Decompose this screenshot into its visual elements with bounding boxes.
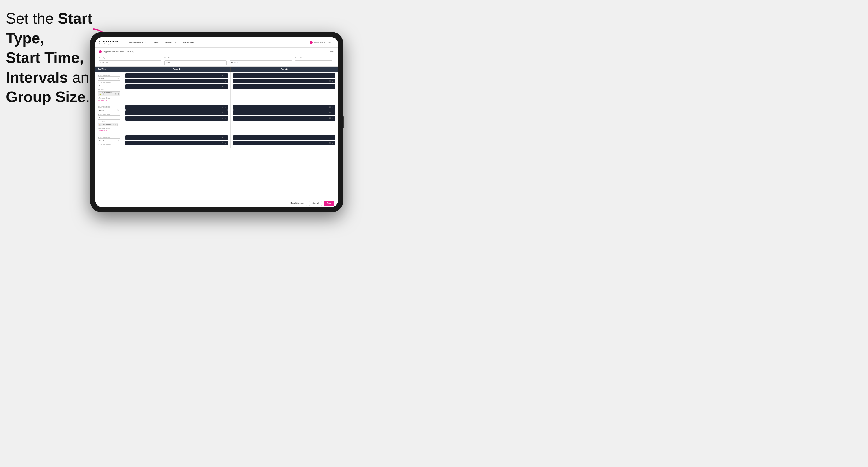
expand-icon[interactable]: ✕ (329, 142, 331, 144)
tablet-screen: SCOREBOARD Powered by clipp.io TOURNAMEN… (95, 37, 338, 207)
player-row[interactable]: ✕ ⌄ (125, 135, 228, 140)
expand-icon[interactable]: ✕ (329, 112, 331, 114)
expand-icon[interactable]: ✕ (222, 112, 224, 114)
sign-out-link[interactable]: Sign out (328, 41, 334, 43)
instruction-bold2: Group Size (6, 88, 86, 105)
chevron-icon[interactable]: ⌄ (332, 86, 334, 88)
player-row[interactable]: ✕ ⌄ (233, 73, 336, 78)
course-tag-settings-2[interactable]: ⚙ (115, 124, 116, 126)
chevron-icon[interactable]: ⌄ (224, 112, 226, 114)
add-group-1[interactable]: + Add Group (98, 99, 120, 101)
player-row[interactable]: ✕ ⌄ (125, 105, 228, 110)
nav-bar: SCOREBOARD Powered by clipp.io TOURNAMEN… (95, 37, 338, 48)
player-row[interactable]: ✕ ⌄ (125, 84, 228, 89)
col-team2: Team 2 (230, 67, 338, 71)
chevron-icon[interactable]: ⌄ (224, 80, 226, 82)
col-tee-time: Tee Time (95, 67, 123, 71)
player-row[interactable]: ✕ ⌄ (233, 135, 336, 140)
nav-tab-rankings[interactable]: RANKINGS (181, 40, 197, 44)
user-email: blair@clippd.io (314, 41, 325, 43)
expand-icon[interactable]: ✕ (329, 86, 331, 88)
player-row[interactable]: ✕ ⌄ (233, 84, 336, 89)
tournament-name[interactable]: Clippd Invitational (Mar) (103, 51, 124, 53)
group-size-group: Group Size 3 (295, 57, 334, 65)
chevron-icon[interactable]: ⌄ (332, 74, 334, 77)
chevron-icon[interactable]: ⌄ (332, 106, 334, 108)
course-label-1: COURSE: (98, 89, 120, 91)
chevron-icon[interactable]: ⌄ (332, 142, 334, 144)
back-link[interactable]: ‹ Back (329, 51, 334, 53)
expand-icon[interactable]: ✕ (222, 136, 224, 139)
course-tag-remove-1[interactable]: ✕ (115, 93, 117, 95)
chevron-icon[interactable]: ⌄ (224, 74, 226, 77)
start-type-label: Start Type (99, 57, 164, 59)
start-time-input[interactable] (164, 61, 226, 65)
group-size-label: Group Size (295, 57, 334, 59)
tee-left-3: STARTING TIME: 10:20 ⏱ STARTING HOLE: (95, 133, 123, 148)
add-group-2[interactable]: + Add Group (98, 130, 120, 131)
remove-group-1[interactable]: ○ Remove Group (98, 97, 120, 99)
expand-icon[interactable]: ✕ (329, 136, 331, 139)
app-logo: SCOREBOARD Powered by clipp.io (99, 40, 121, 45)
course-tag-remove-2[interactable]: ✕ (113, 124, 114, 126)
player-row[interactable]: ✕ ⌄ (233, 111, 336, 115)
expand-icon[interactable]: ✕ (222, 74, 224, 77)
player-row[interactable]: ✕ ⌄ (125, 116, 228, 121)
player-row[interactable]: ✕ ⌄ (125, 73, 228, 78)
chevron-icon[interactable]: ⌄ (224, 86, 226, 88)
nav-tab-teams[interactable]: TEAMS (149, 40, 162, 44)
player-row[interactable]: ✕ ⌄ (233, 141, 336, 146)
player-row[interactable]: ✕ ⌄ (233, 105, 336, 110)
start-type-select[interactable]: 1st Tee Start (99, 61, 161, 65)
reset-button[interactable]: Reset Changes (287, 200, 308, 206)
chevron-icon[interactable]: ⌄ (332, 136, 334, 139)
player-row[interactable]: ✕ ⌄ (233, 79, 336, 84)
chevron-icon[interactable]: ⌄ (332, 117, 334, 120)
expand-icon[interactable]: ✕ (222, 117, 224, 120)
starting-hole-select-1[interactable]: 1 (98, 84, 120, 88)
chevron-icon[interactable]: ⌄ (224, 142, 226, 144)
logo-subtext: Powered by clipp.io (99, 43, 121, 45)
breadcrumb-icon: C (99, 50, 102, 53)
player-row[interactable]: ✕ ⌄ (125, 111, 228, 115)
chevron-icon[interactable]: ⌄ (332, 112, 334, 114)
expand-icon[interactable]: ✕ (222, 106, 224, 108)
instruction-bold: Start Type,Start Time,Intervals (6, 10, 92, 86)
chevron-icon[interactable]: ⌄ (224, 117, 226, 120)
expand-icon[interactable]: ✕ (222, 142, 224, 144)
starting-hole-select-2[interactable]: 1 (98, 116, 120, 120)
expand-icon[interactable]: ✕ (329, 117, 331, 120)
chevron-icon[interactable]: ⌄ (332, 80, 334, 82)
settings-bar: Start Type 1st Tee Start Start Time Inte… (95, 56, 338, 67)
remove-group-2[interactable]: ○ Remove Group (98, 127, 120, 129)
group-size-select[interactable]: 3 (295, 61, 332, 65)
tee-group-1: STARTING TIME: 10:00 ⏱ STARTING HOLE: 1 … (95, 71, 338, 103)
expand-icon[interactable]: ✕ (222, 86, 224, 88)
player-row[interactable]: ✕ ⌄ (233, 116, 336, 121)
starting-time-input-3[interactable]: 10:20 ⏱ (98, 138, 120, 143)
starting-time-input-2[interactable]: 10:10 ⏱ (98, 108, 120, 112)
starting-time-input-1[interactable]: 10:00 ⏱ (98, 76, 120, 81)
starting-hole-label-2: STARTING HOLE: (98, 114, 120, 115)
tee-left-2: STARTING TIME: 10:10 ⏱ STARTING HOLE: 1 … (95, 103, 123, 133)
expand-icon[interactable]: ✕ (222, 80, 224, 82)
course-tag-2[interactable]: 🏌 East Lake GC ✕ ⚙ (98, 123, 118, 126)
chevron-icon[interactable]: ⌄ (224, 106, 226, 108)
course-tag-settings-1[interactable]: ⚙ (118, 93, 119, 95)
chevron-icon[interactable]: ⌄ (224, 136, 226, 139)
expand-icon[interactable]: ✕ (329, 74, 331, 77)
nav-tab-tournaments[interactable]: TOURNAMENTS (126, 40, 149, 44)
breadcrumb: C Clippd Invitational (Mar) › Hosting (99, 50, 134, 53)
player-row[interactable]: ✕ ⌄ (125, 79, 228, 84)
cancel-button[interactable]: Cancel (309, 200, 321, 206)
table-header: Tee Time Team 1 Team 2 (95, 67, 338, 71)
expand-icon[interactable]: ✕ (329, 106, 331, 108)
course-tag-1[interactable]: ⛳ (A) Peachtree GC ✕ ⚙ (98, 91, 120, 96)
schedule-table: Tee Time Team 1 Team 2 STARTING TIME: 10… (95, 67, 338, 199)
save-button[interactable]: Save (323, 200, 334, 206)
intervals-select[interactable]: 10 Minutes (230, 61, 292, 65)
expand-icon[interactable]: ✕ (329, 80, 331, 82)
starting-time-label-1: STARTING TIME: (98, 74, 120, 76)
nav-tab-committee[interactable]: COMMITTEE (162, 40, 181, 44)
player-row[interactable]: ✕ ⌄ (125, 141, 228, 146)
